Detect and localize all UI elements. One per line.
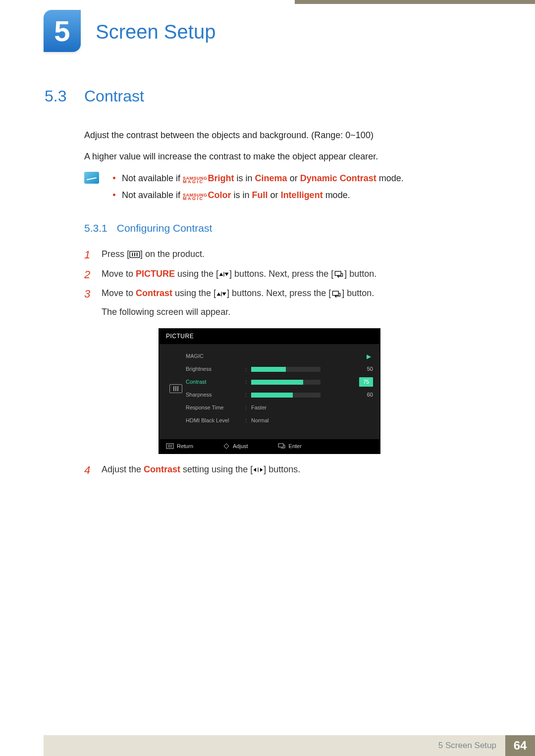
intro-paragraph-1: Adjust the contrast between the objects … [84, 129, 485, 143]
up-down-icon [216, 290, 227, 299]
top-stripe [295, 0, 535, 4]
chapter-number-badge: 5 [44, 10, 81, 52]
osd-row-hdmi: HDMI Black Level: Normal [186, 414, 373, 427]
chapter-header: 5 Screen Setup [44, 10, 215, 52]
note-keyword: Color [208, 190, 231, 200]
svg-rect-5 [335, 271, 341, 275]
osd-row-contrast: Contrast: 75 [186, 376, 373, 389]
osd-adjust-icon: Adjust [223, 442, 248, 451]
page-number: 64 [505, 735, 535, 756]
step-number: 3 [84, 286, 90, 302]
note-mode: Dynamic Contrast [300, 173, 376, 183]
enter-button-icon [333, 270, 344, 279]
step-item: 2 Move to PICTURE using the [] buttons. … [84, 267, 485, 281]
note-item: Not available if SAMSUNGMAGICBright is i… [109, 172, 404, 186]
up-down-icon [218, 270, 229, 279]
svg-rect-1 [132, 252, 133, 256]
step-number: 2 [84, 266, 90, 283]
note-mode: Intelligent [281, 190, 323, 200]
note-keyword: Bright [208, 173, 234, 183]
enter-button-icon [331, 290, 342, 299]
osd-row-sharpness: Sharpness: 60 [186, 389, 373, 402]
intro-paragraph-2: A higher value will increase the contras… [84, 150, 485, 164]
menu-button-icon [129, 250, 140, 259]
osd-title: PICTURE [159, 329, 380, 344]
section-header: 5.3 Contrast [45, 84, 485, 109]
osd-screenshot: PICTURE MAGIC ▶ Brightness: [159, 328, 485, 454]
page-footer: 5 Screen Setup 64 [0, 735, 535, 756]
chevron-right-icon: ▶ [367, 352, 371, 361]
osd-footer: Return Adjust Enter [159, 439, 380, 454]
section-title: Contrast [84, 84, 144, 109]
note-mode: Cinema [255, 173, 287, 183]
footer-chapter-label: 5 Screen Setup [44, 735, 505, 756]
samsung-magic-icon: SAMSUNGMAGIC [183, 194, 208, 201]
note-icon [84, 172, 99, 184]
page-content: 5.3 Contrast Adjust the contrast between… [45, 84, 485, 483]
note-block: Not available if SAMSUNGMAGICBright is i… [84, 172, 485, 205]
step-number: 1 [84, 247, 90, 263]
svg-rect-7 [333, 291, 339, 295]
note-mode: Full [252, 190, 268, 200]
samsung-magic-icon: SAMSUNGMAGIC [183, 177, 208, 184]
subsection-header: 5.3.1 Configuring Contrast [84, 220, 485, 237]
step-keyword: PICTURE [136, 269, 175, 279]
note-list: Not available if SAMSUNGMAGICBright is i… [109, 172, 404, 205]
osd-row-response: Response Time: Faster [186, 402, 373, 414]
step-item: 1 Press [] on the product. [84, 248, 485, 261]
subsection-number: 5.3.1 [84, 222, 107, 234]
osd-enter-icon: Enter [278, 442, 302, 451]
osd-side-icon [166, 350, 186, 427]
step-list: 1 Press [] on the product. 2 Move to PIC… [84, 248, 485, 477]
subsection-title: Configuring Contrast [117, 222, 213, 234]
note-text: Not available if [122, 190, 183, 200]
svg-rect-3 [137, 252, 138, 256]
step-keyword: Contrast [136, 288, 172, 298]
left-right-icon [253, 465, 264, 474]
step-keyword: Contrast [144, 464, 180, 474]
osd-return-icon: Return [166, 442, 193, 451]
section-number: 5.3 [45, 84, 84, 109]
note-item: Not available if SAMSUNGMAGICColor is in… [109, 189, 404, 202]
note-text: Not available if [122, 173, 183, 183]
osd-row-magic: MAGIC ▶ [186, 350, 373, 363]
step-item: 3 Move to Contrast using the [] buttons.… [84, 287, 485, 454]
svg-rect-12 [278, 444, 283, 447]
osd-row-brightness: Brightness: 50 [186, 363, 373, 376]
chapter-title: Screen Setup [96, 21, 215, 43]
step-number: 4 [84, 462, 90, 479]
step-item: 4 Adjust the Contrast setting using the … [84, 463, 485, 477]
step-followup: The following screen will appear. [102, 307, 230, 317]
svg-rect-2 [134, 252, 135, 256]
